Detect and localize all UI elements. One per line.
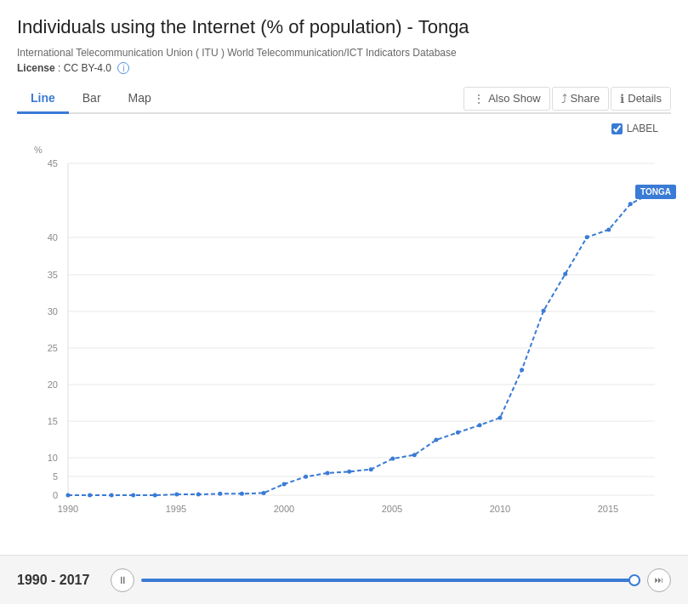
data-point <box>434 438 438 442</box>
data-point <box>412 453 417 458</box>
data-point <box>153 493 157 498</box>
svg-text:15: 15 <box>48 416 58 426</box>
slider-container: ⏸ ⏭ <box>111 568 671 592</box>
tab-bar[interactable]: Bar <box>69 84 115 114</box>
data-point <box>110 493 114 498</box>
also-show-label: Also Show <box>488 92 540 105</box>
label-checkbox[interactable] <box>611 123 623 134</box>
svg-text:20: 20 <box>48 379 58 390</box>
data-point <box>563 272 567 277</box>
details-icon: ℹ <box>620 92 624 106</box>
license-text: License : CC BY-4.0 i <box>17 62 671 75</box>
svg-text:2000: 2000 <box>274 504 294 514</box>
bottom-bar: 1990 - 2017 ⏸ ⏭ <box>0 555 688 604</box>
label-checkbox-container: LABEL <box>611 123 658 134</box>
license-label: License <box>17 62 55 74</box>
data-point <box>628 202 633 207</box>
also-show-button[interactable]: ⋮ Also Show <box>463 87 549 111</box>
data-point <box>585 236 589 240</box>
svg-text:40: 40 <box>48 232 58 242</box>
data-point <box>174 493 179 497</box>
data-point <box>606 228 611 232</box>
data-point <box>326 471 330 476</box>
data-point <box>456 431 460 435</box>
y-axis-label: % <box>34 145 43 155</box>
data-point <box>390 457 395 461</box>
svg-text:45: 45 <box>48 158 58 168</box>
data-point <box>88 493 92 498</box>
data-point <box>196 493 201 497</box>
share-button[interactable]: ⤴ Share <box>552 87 610 111</box>
data-point <box>218 492 222 496</box>
tab-line[interactable]: Line <box>17 84 69 114</box>
svg-text:10: 10 <box>48 453 58 463</box>
svg-text:2015: 2015 <box>598 504 618 514</box>
details-button[interactable]: ℹ Details <box>611 87 671 111</box>
svg-text:2010: 2010 <box>490 504 510 514</box>
slider-end-button[interactable]: ⏭ <box>647 568 671 592</box>
data-point <box>304 475 308 479</box>
svg-text:1990: 1990 <box>58 504 78 514</box>
source-text: International Telecommunication Union ( … <box>17 47 671 59</box>
data-point <box>369 468 373 472</box>
chart-svg: % 45 40 35 30 25 20 15 10 5 0 <box>26 138 679 529</box>
data-point <box>282 482 287 487</box>
svg-text:2005: 2005 <box>382 504 402 514</box>
year-range: 1990 - 2017 <box>17 573 111 588</box>
chart-line <box>68 193 652 496</box>
slider-track[interactable] <box>141 579 640 582</box>
svg-text:30: 30 <box>48 306 58 317</box>
data-point <box>66 493 71 498</box>
tabs-container: Line Bar Map <box>17 84 463 112</box>
data-point <box>240 492 244 496</box>
svg-text:0: 0 <box>53 490 58 500</box>
svg-text:35: 35 <box>48 270 58 280</box>
details-label: Details <box>628 92 662 105</box>
data-point <box>478 424 482 428</box>
chart-area: LABEL % 45 40 35 30 25 20 15 <box>17 114 671 555</box>
svg-text:1995: 1995 <box>166 504 186 514</box>
data-point <box>542 309 546 313</box>
data-point <box>520 368 524 373</box>
svg-text:5: 5 <box>53 471 58 482</box>
slider-play-button[interactable]: ⏸ <box>111 568 134 592</box>
toolbar-right: ⋮ Also Show ⤴ Share ℹ Details <box>463 87 671 111</box>
license-value: CC BY-4.0 <box>64 62 111 74</box>
data-point <box>347 470 351 474</box>
share-label: Share <box>571 92 600 105</box>
data-point <box>131 493 135 498</box>
label-checkbox-label: LABEL <box>627 123 658 134</box>
share-icon: ⤴ <box>561 92 567 106</box>
data-point <box>498 416 503 420</box>
tabs-toolbar: Line Bar Map ⋮ Also Show ⤴ Share ℹ Detai… <box>17 84 671 114</box>
data-point <box>262 491 266 495</box>
page-title: Individuals using the Internet (% of pop… <box>17 15 671 40</box>
tab-map[interactable]: Map <box>115 84 165 114</box>
svg-text:25: 25 <box>48 343 58 353</box>
chart-label-row: LABEL <box>26 123 662 134</box>
series-label: TONGA <box>640 187 671 197</box>
slider-thumb[interactable] <box>628 574 640 586</box>
also-show-icon: ⋮ <box>473 92 485 106</box>
info-icon[interactable]: i <box>117 62 129 74</box>
